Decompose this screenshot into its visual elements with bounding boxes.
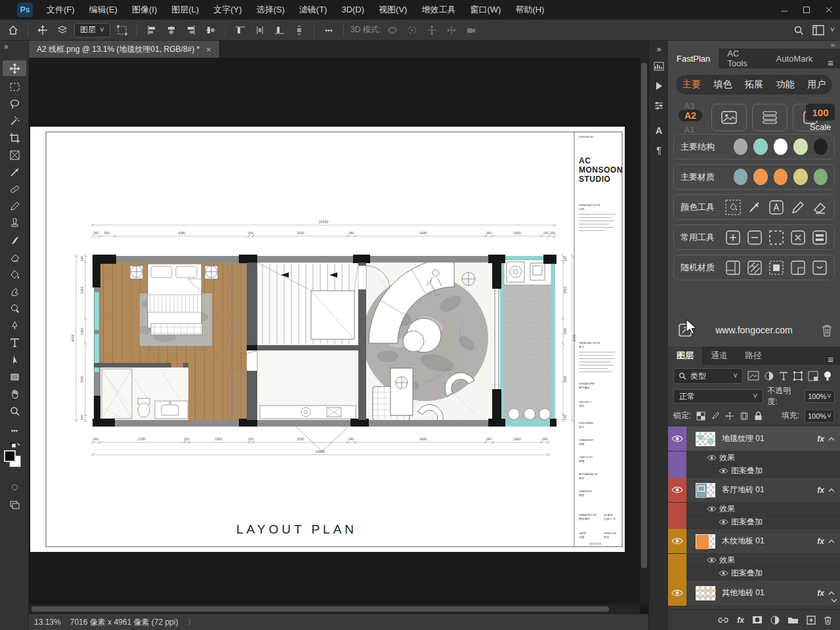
layer-row[interactable]: 客厅地砖 01 fx [668, 478, 840, 503]
lasso-tool[interactable] [3, 96, 26, 112]
character-panel-icon[interactable]: A [652, 123, 666, 138]
auto-select-icon[interactable] [54, 22, 70, 38]
new-group-icon[interactable] [788, 616, 799, 624]
selection-icon[interactable] [768, 229, 784, 245]
workspace-switcher-icon[interactable] [810, 22, 826, 38]
layer-thumbnail[interactable] [696, 483, 715, 497]
path-selection-tool[interactable] [3, 352, 26, 368]
visibility-eye-icon[interactable] [707, 505, 717, 513]
link-layers-icon[interactable] [717, 616, 729, 624]
lock-all-icon[interactable] [754, 411, 763, 421]
3d-slide-icon[interactable] [444, 22, 459, 38]
pencil-tool[interactable] [3, 198, 26, 214]
clone-stamp-tool[interactable] [3, 215, 26, 231]
material-color-swatch[interactable] [774, 169, 788, 185]
more-options-icon[interactable]: ••• [321, 22, 337, 38]
close-tab-icon[interactable]: × [206, 45, 211, 54]
layer-fx-badge[interactable]: fx [817, 434, 824, 444]
nav-main[interactable]: 主要 [682, 79, 701, 91]
marquee-tool[interactable] [3, 79, 26, 94]
eyedropper-icon[interactable] [747, 199, 763, 215]
collapse-tools-icon[interactable]: » [4, 42, 9, 51]
visibility-eye-icon[interactable] [671, 486, 683, 494]
insert-image-button[interactable] [711, 104, 747, 131]
fill-selection-icon[interactable] [725, 199, 741, 215]
minimize-icon[interactable] [773, 0, 795, 20]
corner-tool-icon[interactable] [790, 259, 806, 276]
layer-fx-badge[interactable]: fx [817, 537, 824, 546]
blend-mode-dropdown[interactable]: 正常˅ [673, 389, 763, 404]
structure-color-swatch[interactable] [753, 138, 767, 155]
scale-value[interactable]: 100 [806, 104, 835, 121]
structure-color-swatch[interactable] [814, 138, 828, 155]
distribute-v-icon[interactable] [291, 22, 307, 38]
lock-transparent-icon[interactable] [696, 411, 705, 421]
smile-tool-icon[interactable] [812, 259, 828, 276]
canvas-area[interactable]: 15150 240 500 4380 150 3100 240 4280 240… [29, 58, 648, 614]
structure-color-swatch[interactable] [793, 138, 807, 155]
pen-tool[interactable] [3, 318, 26, 333]
screen-mode-icon[interactable] [3, 496, 26, 512]
zoom-tool[interactable] [3, 403, 26, 419]
show-transform-controls-icon[interactable] [114, 22, 130, 38]
layer-name[interactable]: 木纹地板 01 [722, 536, 765, 547]
menu-layer[interactable]: 图层(L) [164, 0, 206, 20]
layer-thumbnail[interactable] [696, 534, 715, 549]
structure-color-swatch[interactable] [774, 138, 788, 155]
3d-camera-icon[interactable] [463, 22, 479, 38]
menu-type[interactable]: 文字(Y) [206, 0, 249, 20]
quick-selection-tool[interactable] [3, 113, 26, 129]
text-style-icon[interactable] [768, 199, 784, 215]
layer-name[interactable]: 其他地砖 01 [722, 587, 765, 598]
layer-name[interactable]: 客厅地砖 01 [722, 484, 765, 495]
layer-row[interactable]: 地毯纹理 01 fx [668, 427, 840, 452]
shape-tool[interactable] [3, 369, 26, 385]
website-link[interactable]: www.fongocer.com [693, 325, 815, 335]
distribute-h-icon[interactable] [252, 22, 268, 38]
pencil-icon[interactable] [790, 199, 806, 215]
visibility-eye-icon[interactable] [671, 589, 683, 597]
align-top-icon[interactable] [232, 22, 248, 38]
dodge-tool[interactable] [3, 301, 26, 316]
edit-toolbar-icon[interactable]: ••• [3, 423, 26, 438]
layer-thumbnail[interactable] [696, 586, 715, 600]
paper-size-a2[interactable]: A2 [679, 110, 702, 121]
new-layer-icon[interactable] [807, 616, 816, 625]
herringbone-pattern-icon[interactable] [747, 259, 763, 276]
visibility-eye-icon[interactable] [707, 454, 717, 461]
lock-position-icon[interactable] [725, 411, 734, 421]
pattern-overlay-row[interactable]: 图案叠加 [668, 516, 840, 529]
tile-pattern-icon[interactable] [725, 259, 741, 276]
eraser-icon[interactable] [812, 199, 828, 215]
menu-image[interactable]: 图像(I) [125, 0, 164, 20]
align-bottom-icon[interactable] [272, 22, 287, 38]
filter-type-dropdown[interactable]: 类型˅ [673, 368, 743, 384]
histogram-panel-icon[interactable] [652, 59, 666, 74]
visibility-eye-icon[interactable] [707, 556, 717, 564]
paragraph-panel-icon[interactable]: ¶ [652, 143, 666, 158]
add-layer-style-icon[interactable]: fx [737, 616, 744, 625]
material-color-swatch[interactable] [814, 169, 828, 185]
type-tool[interactable] [3, 335, 26, 350]
fill-value[interactable]: 100%˅ [805, 410, 835, 423]
menu-edit[interactable]: 编辑(E) [82, 0, 125, 20]
menu-3d[interactable]: 3D(D) [334, 0, 371, 20]
material-color-swatch[interactable] [793, 169, 807, 185]
expand-panels-icon[interactable]: » [652, 42, 666, 56]
auto-select-target-dropdown[interactable]: 图层˅ [74, 23, 110, 37]
zoom-level[interactable]: 13.13% [34, 618, 61, 627]
crop-tool[interactable] [3, 130, 26, 146]
material-color-swatch[interactable] [734, 169, 747, 185]
nav-fill[interactable]: 填色 [713, 79, 732, 91]
document-tab[interactable]: A2 线框.png @ 13.1% (地毯纹理01, RGB/8#) * × [29, 41, 220, 58]
tab-fastplan[interactable]: FastPlan [668, 49, 719, 68]
nav-function[interactable]: 功能 [776, 79, 795, 91]
collapse-effects-icon[interactable] [828, 437, 835, 441]
hand-tool[interactable] [3, 386, 26, 402]
layer-list-button[interactable] [752, 104, 788, 131]
visibility-eye-icon[interactable] [719, 518, 728, 526]
filter-type-icon[interactable] [779, 371, 788, 381]
menu-plugins[interactable]: 增效工具 [414, 0, 463, 20]
tab-paths[interactable]: 路径 [736, 346, 770, 365]
filter-shape-icon[interactable] [793, 371, 803, 381]
